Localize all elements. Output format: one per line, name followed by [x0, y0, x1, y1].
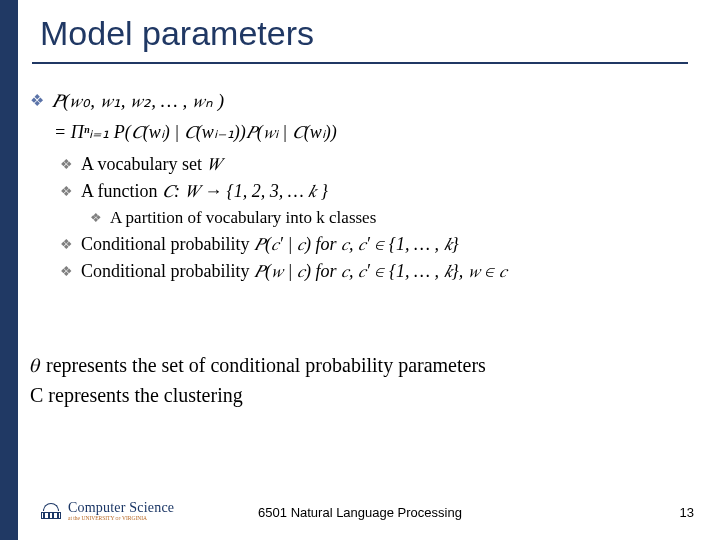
summary-line-c: C represents the clustering	[30, 380, 670, 410]
summary-line-theta: 𝜃 represents the set of conditional prob…	[30, 350, 670, 380]
cond2-mid: 𝑃(𝑤 | 𝑐)	[254, 261, 311, 281]
diamond-bullet-icon: ❖	[90, 210, 102, 225]
course-label: 6501 Natural Language Processing	[0, 505, 720, 520]
diamond-bullet-icon: ❖	[60, 156, 73, 172]
bullet-row-function: ❖ A function 𝐶: 𝑊 → {1, 2, 3, … 𝑘 }	[60, 181, 690, 202]
footer: Computer Science at the UNIVERSITY of VI…	[0, 490, 720, 530]
partition-text: A partition of vocabulary into k classes	[110, 208, 376, 228]
joint-probability-text: 𝑃(𝑤₀, 𝑤₁, 𝑤₂, … , 𝑤ₙ )	[52, 88, 224, 114]
vocab-text: A vocabulary set 𝑊	[81, 154, 221, 175]
diamond-bullet-icon: ❖	[30, 91, 44, 110]
function-text: A function 𝐶: 𝑊 → {1, 2, 3, … 𝑘 }	[81, 181, 328, 202]
cond1-mid: 𝑃(𝑐′ | 𝑐)	[254, 234, 311, 254]
diamond-bullet-icon: ❖	[60, 183, 73, 199]
left-accent-bar	[0, 0, 18, 540]
equation-row: = Πⁿᵢ₌₁ P(𝐶(wᵢ) | 𝐶(wᵢ₋₁))𝑃(𝑤ᵢ | 𝐶(wᵢ))	[54, 120, 690, 144]
cond1-text: Conditional probability 𝑃(𝑐′ | 𝑐) for 𝑐,…	[81, 234, 459, 255]
cond1-pre: Conditional probability	[81, 234, 254, 254]
cond2-text: Conditional probability 𝑃(𝑤 | 𝑐) for 𝑐, …	[81, 261, 507, 282]
title-underline	[32, 62, 688, 64]
func-body: 𝐶: 𝑊 → {1, 2, 3, … 𝑘 }	[162, 181, 328, 201]
diamond-bullet-icon: ❖	[60, 263, 73, 279]
vocab-symbol: 𝑊	[206, 154, 221, 174]
page-number: 13	[680, 505, 694, 520]
slide-title: Model parameters	[40, 14, 314, 53]
bullet-row-vocab: ❖ A vocabulary set 𝑊	[60, 154, 690, 175]
bullet-row-cond1: ❖ Conditional probability 𝑃(𝑐′ | 𝑐) for …	[60, 234, 690, 255]
func-pre: A function	[81, 181, 162, 201]
cond2-post: for 𝑐, 𝑐′ ∈ {1, … , 𝑘}, 𝑤 ∈ 𝑐	[311, 261, 507, 281]
bullet-row-partition: ❖ A partition of vocabulary into k class…	[90, 208, 690, 228]
bullet-row-joint: ❖ 𝑃(𝑤₀, 𝑤₁, 𝑤₂, … , 𝑤ₙ )	[30, 88, 690, 114]
content-area: ❖ 𝑃(𝑤₀, 𝑤₁, 𝑤₂, … , 𝑤ₙ ) = Πⁿᵢ₌₁ P(𝐶(wᵢ)…	[30, 88, 690, 288]
bullet-row-cond2: ❖ Conditional probability 𝑃(𝑤 | 𝑐) for 𝑐…	[60, 261, 690, 282]
diamond-bullet-icon: ❖	[60, 236, 73, 252]
slide: Model parameters ❖ 𝑃(𝑤₀, 𝑤₁, 𝑤₂, … , 𝑤ₙ …	[0, 0, 720, 540]
product-equation-text: = Πⁿᵢ₌₁ P(𝐶(wᵢ) | 𝐶(wᵢ₋₁))𝑃(𝑤ᵢ | 𝐶(wᵢ))	[54, 120, 337, 144]
summary-block: 𝜃 represents the set of conditional prob…	[30, 350, 670, 410]
cond1-post: for 𝑐, 𝑐′ ∈ {1, … , 𝑘}	[311, 234, 459, 254]
vocab-pre: A vocabulary set	[81, 154, 206, 174]
cond2-pre: Conditional probability	[81, 261, 254, 281]
